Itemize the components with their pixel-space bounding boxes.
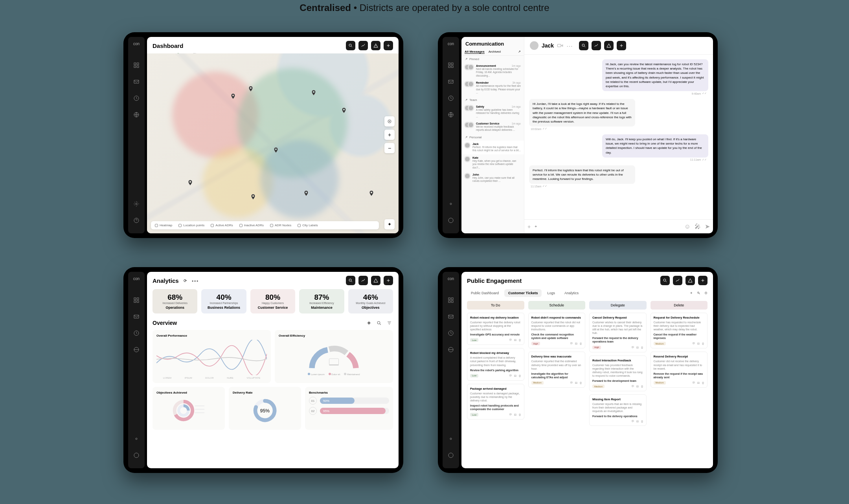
engagement-tab[interactable]: Public Dashboard — [467, 289, 503, 297]
map-pin-icon[interactable] — [187, 180, 193, 186]
legend-item[interactable]: Heatmap — [155, 224, 172, 227]
map-pin-icon[interactable] — [273, 147, 279, 153]
nav-help-icon[interactable] — [447, 217, 454, 224]
locate-icon[interactable] — [384, 116, 395, 126]
search-icon[interactable] — [579, 41, 588, 50]
warning-icon[interactable] — [371, 41, 380, 50]
nav-grid-icon[interactable] — [447, 62, 454, 69]
calendar-icon[interactable]: 📅︎ — [514, 374, 516, 377]
ticket-card[interactable]: Robot missed my delivery locationCustome… — [467, 313, 524, 345]
video-icon[interactable] — [557, 42, 563, 49]
sparkle-icon[interactable]: ✦ — [690, 291, 693, 295]
sparkle-icon[interactable]: ✦ — [365, 319, 373, 327]
emoji-icon[interactable]: ☺ — [684, 223, 691, 230]
legend-item[interactable]: Location points — [178, 224, 204, 227]
map-pin-icon[interactable] — [311, 90, 317, 96]
plus-icon[interactable] — [384, 276, 393, 285]
search-icon[interactable] — [660, 276, 670, 285]
kpi-card[interactable]: 40%Increased PartnershipsBusiness Relati… — [201, 289, 246, 313]
chat-icon[interactable]: 💬︎ — [509, 374, 512, 377]
nav-clock-icon[interactable] — [133, 95, 140, 102]
nav-clock-icon[interactable] — [447, 95, 454, 102]
ticket-card[interactable]: Delivery time was inaccurateCustomer rep… — [528, 352, 586, 387]
calendar-icon[interactable]: 📅︎ — [575, 381, 577, 384]
nav-clock-icon[interactable] — [133, 330, 140, 337]
nav-inbox-icon[interactable] — [447, 313, 454, 320]
filter-icon[interactable]: ⚙ — [704, 291, 708, 295]
nav-settings-icon[interactable] — [447, 200, 454, 207]
stats-icon[interactable] — [358, 276, 368, 285]
stats-icon[interactable] — [592, 41, 601, 50]
trash-icon[interactable]: 🗑︎ — [641, 420, 643, 423]
calendar-icon[interactable]: 📅︎ — [636, 420, 639, 423]
engagement-tab[interactable]: Customer Tickets — [504, 289, 542, 297]
external-icon[interactable]: ↗ — [518, 50, 521, 54]
trash-icon[interactable]: 🗑︎ — [518, 339, 521, 341]
plus-icon[interactable] — [384, 41, 393, 50]
legend-item[interactable]: City Labels — [298, 224, 318, 227]
nav-globe-icon[interactable] — [447, 111, 454, 118]
nav-grid-icon[interactable] — [447, 297, 454, 304]
msg-tab[interactable]: Archived — [489, 50, 501, 54]
map-pin-icon[interactable] — [368, 190, 375, 196]
search-icon[interactable] — [346, 41, 355, 50]
mic-icon[interactable]: 🎤︎ — [695, 223, 701, 230]
chat-icon[interactable]: 💬︎ — [509, 413, 512, 416]
trash-icon[interactable]: 🗑︎ — [702, 381, 704, 384]
kpi-card[interactable]: 87%Increased EfficiencyMaintenance — [299, 289, 344, 313]
search-icon[interactable]: 🔍︎ — [697, 291, 700, 295]
nav-settings-icon[interactable] — [133, 435, 140, 442]
nav-help-icon[interactable] — [133, 452, 140, 459]
message-list-item[interactable]: Safety1m agoA new safety guideline has b… — [461, 103, 524, 120]
trash-icon[interactable]: 🗑︎ — [702, 342, 704, 345]
calendar-icon[interactable]: 📅︎ — [697, 342, 700, 345]
trash-icon[interactable]: 🗑︎ — [518, 374, 521, 377]
search-icon[interactable] — [346, 276, 355, 285]
more-icon[interactable]: ∘∘∘ — [191, 279, 198, 283]
refresh-icon[interactable]: ⟳ — [184, 279, 187, 283]
message-list-item[interactable]: JohnHey John, can you make sure that all… — [461, 171, 524, 185]
warning-icon[interactable] — [685, 276, 695, 285]
engagement-tab[interactable]: Analytics — [560, 289, 583, 297]
nav-clock-icon[interactable] — [447, 330, 454, 337]
chat-icon[interactable]: 💬︎ — [570, 381, 573, 384]
stats-icon[interactable] — [673, 276, 682, 285]
engagement-tab[interactable]: Logs — [543, 289, 559, 297]
message-list-item[interactable]: Announcement1m agoNext all-hands meeting… — [461, 62, 524, 79]
nav-globe-icon[interactable] — [133, 346, 140, 353]
warning-icon[interactable] — [604, 41, 614, 50]
nav-help-icon[interactable] — [447, 452, 454, 459]
nav-inbox-icon[interactable] — [133, 78, 140, 85]
zoom-out-icon[interactable]: − — [384, 143, 395, 153]
nav-globe-icon[interactable] — [133, 111, 140, 118]
nav-globe-icon[interactable] — [447, 346, 454, 353]
chat-icon[interactable]: 💬︎ — [692, 342, 695, 345]
nav-inbox-icon[interactable] — [447, 78, 454, 85]
ticket-card[interactable]: Request for Delivery RescheduleCustomer … — [651, 313, 708, 348]
more-icon[interactable]: ⋯ — [566, 42, 573, 49]
search-icon[interactable] — [375, 319, 383, 327]
filter-icon[interactable] — [385, 319, 393, 327]
chat-input[interactable] — [535, 224, 680, 229]
ticket-card[interactable]: Missing Item ReportCustomer reports that… — [589, 394, 647, 426]
nav-settings-icon[interactable] — [133, 200, 140, 207]
calendar-icon[interactable]: 📅︎ — [697, 381, 700, 384]
chat-icon[interactable]: 💬︎ — [570, 342, 573, 345]
message-list-item[interactable]: Customer Service1m agoWe've received mul… — [461, 120, 524, 134]
calendar-icon[interactable]: 📅︎ — [514, 413, 516, 416]
chat-icon[interactable]: 💬︎ — [631, 346, 634, 349]
nav-grid-icon[interactable] — [133, 62, 140, 69]
calendar-icon[interactable]: 📅︎ — [575, 342, 577, 345]
chat-icon[interactable]: 💬︎ — [692, 381, 695, 384]
trash-icon[interactable]: 🗑︎ — [579, 381, 582, 384]
trash-icon[interactable]: 🗑︎ — [518, 413, 521, 416]
attach-icon[interactable]: + — [527, 224, 531, 230]
message-list-item[interactable]: JackPerfect. I'll inform the logistics t… — [461, 141, 524, 154]
calendar-icon[interactable]: 📅︎ — [636, 346, 639, 349]
legend-item[interactable]: Inactive ADRs — [239, 224, 264, 227]
calendar-icon[interactable]: 📅︎ — [636, 385, 639, 388]
map-pin-icon[interactable] — [230, 93, 236, 99]
trash-icon[interactable]: 🗑︎ — [579, 342, 582, 345]
ticket-card[interactable]: Resend Delivery ReceiptCustomer did not … — [651, 352, 708, 387]
chat-icon[interactable]: 💬︎ — [631, 385, 634, 388]
